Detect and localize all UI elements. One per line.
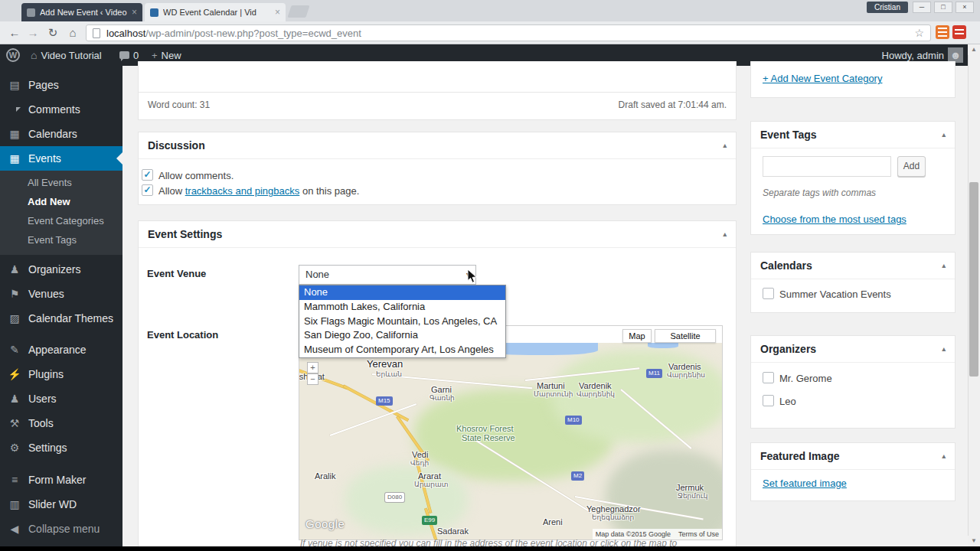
scroll-up-icon[interactable]: ▲ (968, 44, 980, 55)
plugin-icon: ⚡ (8, 368, 21, 380)
sidebar-item-organizers[interactable]: ♟ Organizers (0, 257, 122, 282)
trackbacks-link[interactable]: trackbacks and pingbacks (185, 185, 300, 197)
sidebar-item-tools[interactable]: ⚒ Tools (0, 411, 122, 435)
pages-icon: ▤ (8, 79, 21, 91)
sidebar-item-users[interactable]: ♟ Users (0, 386, 122, 411)
sidebar-item-label: Organizers (28, 263, 80, 276)
browser-titlebar: Add New Event ‹ Video Tu × WD Event Cale… (0, 0, 980, 21)
collapse-toggle-icon[interactable]: ▴ (723, 142, 727, 149)
sidebar-item-comments[interactable]: Comments (0, 97, 122, 122)
sidebar-item-label: Users (28, 393, 57, 405)
add-new-event-category-link[interactable]: + Add New Event Category (763, 73, 882, 84)
bookmark-star-icon[interactable]: ☆ (914, 27, 924, 39)
word-count: Word count: 31 (148, 99, 210, 110)
discussion-header[interactable]: Discussion ▴ (139, 132, 736, 159)
letterbox-bar (0, 546, 980, 551)
scrollbar-thumb[interactable] (969, 182, 978, 377)
gear-icon: ⚙ (8, 442, 21, 454)
calendar-checkbox[interactable] (763, 288, 774, 299)
home-icon[interactable]: ⌂ (64, 25, 81, 41)
event-venue-select[interactable]: None ▾ (299, 265, 476, 285)
sidebar-item-events[interactable]: ▦ Events (0, 146, 122, 171)
scroll-down-icon[interactable]: ▼ (968, 536, 980, 546)
back-icon[interactable]: ← (6, 25, 23, 41)
submenu-event-categories[interactable]: Event Categories (28, 215, 104, 227)
window-close-button[interactable]: × (956, 2, 974, 13)
browser-tab-wordpress[interactable]: Add New Event ‹ Video Tu × (21, 3, 142, 21)
selected-venue: None (305, 269, 329, 280)
submenu-add-new[interactable]: Add New (28, 196, 70, 207)
browser-tab-calendar[interactable]: WD Event Calendar | Vid × (145, 3, 286, 21)
event-settings-header[interactable]: Event Settings ▴ (139, 221, 736, 248)
map-park-label: State Reserve (462, 433, 515, 442)
sidebar-item-plugins[interactable]: ⚡ Plugins (0, 362, 122, 386)
sidebar-item-venues[interactable]: ⚑ Venues (0, 282, 122, 306)
dropdown-option-sandiego[interactable]: San Diego Zoo, California (299, 328, 505, 343)
new-tab-button[interactable] (287, 5, 309, 18)
collapse-menu-button[interactable]: ◀ Collapse menu (0, 517, 122, 540)
window-minimize-button[interactable]: ─ (913, 2, 931, 13)
submenu-all-events[interactable]: All Events (28, 177, 72, 188)
calendar-icon: ▦ (8, 128, 21, 140)
map-label: Martuni (537, 381, 565, 390)
submenu-event-tags[interactable]: Event Tags (28, 234, 77, 246)
map-label: Արարատ (414, 481, 449, 488)
map-label: Վարդենիս (667, 371, 705, 379)
sidebar-item-slider-wd[interactable]: ▥ Slider WD (0, 492, 122, 517)
most-used-tags-link[interactable]: Choose from the most used tags (763, 214, 906, 225)
browser-profile-badge[interactable]: Cristian (867, 2, 908, 13)
dropdown-option-moca[interactable]: Museum of Contemporary Art, Los Angeles (299, 343, 505, 357)
map-canvas[interactable]: Yerevan Երևան arshapat Garni Գառնի Martu… (299, 343, 722, 540)
wp-logo-menu[interactable]: W (6, 44, 20, 66)
panel-title: Discussion (148, 139, 205, 152)
brush-icon: ✎ (8, 344, 21, 356)
comments-moderation-link[interactable]: 0 (119, 44, 139, 66)
map-label: Sadarak (437, 527, 469, 536)
sidebar-item-calendar-themes[interactable]: ▨ Calendar Themes (0, 306, 122, 331)
zoom-out-button[interactable]: − (307, 373, 318, 385)
forward-icon[interactable]: → (24, 25, 41, 41)
map-view-button[interactable]: Map (622, 329, 652, 343)
organizer-checkbox[interactable] (763, 372, 774, 383)
sidebar-item-label: Events (28, 152, 61, 165)
satellite-view-button[interactable]: Satellite (655, 329, 716, 343)
zoom-in-button[interactable]: + (307, 362, 318, 373)
collapse-toggle-icon[interactable]: ▴ (942, 452, 946, 460)
set-featured-image-link[interactable]: Set featured image (763, 478, 847, 489)
map-label: Ararat (418, 471, 441, 481)
calendar-item-label: Summer Vacation Events (779, 289, 891, 300)
terms-of-use-link[interactable]: Terms of Use (678, 530, 719, 538)
sidebar-item-pages[interactable]: ▤ Pages (0, 73, 122, 97)
window-maximize-button[interactable]: □ (934, 2, 952, 13)
collapse-toggle-icon[interactable]: ▴ (942, 262, 946, 269)
dropdown-option-sixflags[interactable]: Six Flags Magic Mountain, Los Angeles, C… (299, 315, 505, 329)
event-tags-header[interactable]: Event Tags ▴ (751, 122, 955, 148)
sidebar-item-settings[interactable]: ⚙ Settings (0, 435, 122, 460)
collapse-toggle-icon[interactable]: ▴ (723, 230, 727, 238)
allow-comments-checkbox[interactable]: ✓ (142, 169, 153, 181)
tab-close-icon[interactable]: × (275, 7, 280, 18)
featured-image-header[interactable]: Featured Image ▴ (751, 443, 955, 470)
allow-trackbacks-checkbox[interactable]: ✓ (142, 184, 153, 196)
address-bar[interactable]: localhost /wp-admin/post-new.php?post_ty… (86, 24, 931, 41)
dropdown-option-none[interactable]: None (299, 285, 505, 300)
tags-input[interactable] (763, 156, 891, 177)
reload-icon[interactable]: ↻ (44, 25, 61, 41)
collapse-toggle-icon[interactable]: ▴ (942, 345, 946, 353)
new-label: New (162, 50, 181, 61)
sidebar-item-label: Pages (28, 79, 59, 91)
sidebar-item-form-maker[interactable]: ≡ Form Maker (0, 468, 122, 492)
organizers-header[interactable]: Organizers ▴ (751, 336, 955, 363)
extension-icon-red[interactable] (952, 25, 966, 39)
add-tag-button[interactable]: Add (897, 156, 926, 177)
dropdown-option-mammoth[interactable]: Mammoth Lakes, California (299, 300, 505, 315)
organizer-checkbox[interactable] (763, 395, 774, 406)
sidebar-item-calendars[interactable]: ▦ Calendars (0, 122, 122, 146)
calendars-header[interactable]: Calendars ▴ (751, 253, 955, 279)
sidebar-item-appearance[interactable]: ✎ Appearance (0, 337, 122, 362)
visit-site-link[interactable]: ⌂ Video Tutorial (31, 44, 102, 66)
sidebar-item-label: Comments (28, 103, 80, 116)
collapse-toggle-icon[interactable]: ▴ (942, 131, 946, 139)
extension-icon-orange[interactable] (936, 25, 949, 39)
tab-close-icon[interactable]: × (132, 7, 137, 18)
